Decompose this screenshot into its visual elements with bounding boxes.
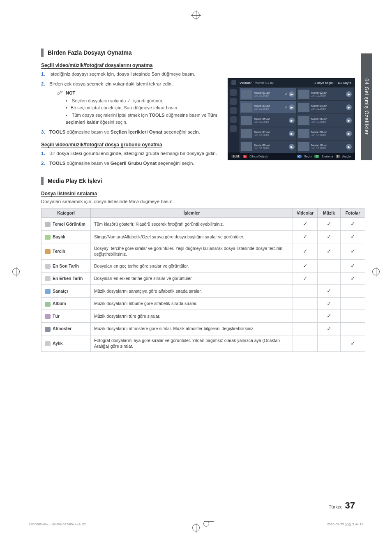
ss-item-date: Jan.10.2010 (254, 120, 270, 123)
ss-path: /Movie 01.avi (255, 81, 274, 85)
ss-item-date: Jan.10.2010 (311, 147, 327, 150)
ss-item-text: Movie 02.aviJan.10.2010 (311, 91, 327, 97)
cell-category: Sanatçı (42, 285, 91, 298)
badge-a: A (243, 155, 247, 158)
cell-videos (293, 323, 318, 335)
ss-item-text: Movie 01.aviJan.10.2010 (254, 91, 270, 97)
ss-item-name: Movie 06.avi (311, 118, 327, 121)
section-title-1: Birden Fazla Dosyayı Oynatma (48, 49, 132, 56)
ss-file-item: Movie 04.aviJan.10.2010▶ (297, 101, 353, 113)
ss-file-item: Movie 06.aviJan.10.2010▶ (297, 114, 353, 127)
table-row: TercihDosyayı tercihe göre sıralar ve gö… (42, 243, 365, 259)
table-row: AlbümMüzik dosyalarını albüme göre alfab… (42, 297, 365, 310)
bullet-3: Tüm dosya seçimlerini iptal etmek için T… (66, 112, 228, 126)
ss-item-name: Movie 04.avi (311, 104, 327, 108)
category-icon (45, 341, 51, 346)
ss-item-date: Jan.10.2010 (254, 94, 270, 97)
ss-item-name: Movie 10.avi (311, 144, 327, 147)
thumbnail-icon (241, 90, 252, 99)
step-3: 3. TOOLS düğmesine basın ve Seçilen İçer… (41, 129, 228, 136)
category-icon (45, 249, 51, 254)
ss-page-info: 1/1 Sayfa (337, 81, 351, 85)
thumbnail-icon (298, 142, 309, 151)
step-number: 1. (41, 150, 49, 157)
section-bar-icon (41, 49, 44, 57)
th-photos: Fotolar (341, 208, 365, 218)
note-icon (57, 90, 63, 96)
ss-item-text: Movie 03.aviJan.10.2010 (254, 104, 270, 111)
ss-item-name: Movie 09.avi (254, 144, 270, 147)
cell-videos (293, 297, 318, 310)
step-text: TOOLS düğmesine basın ve Geçerli Grubu O… (49, 160, 329, 167)
bullet-2: Bir seçimi iptal etmek için, Sarı düğmey… (66, 104, 228, 112)
play-icon: ▶ (346, 91, 352, 97)
check-icon: ✓ (285, 92, 288, 96)
crop-mark (24, 514, 24, 534)
thumbnail-icon (241, 142, 252, 151)
ss-file-item: Movie 08.aviJan.10.2010▶ (297, 127, 353, 140)
ss-file-item: Movie 10.aviJan.10.2010▶ (297, 141, 353, 153)
note-label: NOT (66, 90, 75, 97)
play-icon: ▶ (346, 131, 352, 136)
check-icon: ✓ (127, 97, 132, 105)
bullet-1: Seçilen dosyaların solunda ✓ işareti gör… (66, 97, 228, 105)
cell-ops: Fotoğraf dosyalarını aya göre sıralar ve… (91, 335, 293, 351)
cell-ops: Dosyaları en erken tarihe göre sıralar v… (91, 272, 293, 285)
document-footer: [UC6000-Weuro]BN68-02748A.indb 37 2010-0… (29, 521, 363, 527)
ss-item-text: Movie 08.aviJan.10.2010 (311, 131, 327, 137)
ss-item-date: Jan.10.2010 (254, 107, 270, 110)
thumbnail-icon (298, 129, 309, 138)
play-icon: ▶ (289, 118, 295, 123)
cell-photos: ✓ (341, 231, 365, 243)
step-text: İstediğiniz dosyayı seçmek için, dosya l… (49, 71, 228, 78)
footer-d-text: Sıralama (322, 155, 333, 158)
cell-photos (341, 297, 365, 310)
ss-selected-count: 2 dsyn seçildi (314, 81, 334, 85)
ss-item-date: Jan.10.2010 (311, 120, 327, 123)
footer-t-text: Araçlar (342, 155, 351, 158)
cell-music: ✓ (318, 243, 341, 259)
ss-header: Videolar /Movie 01.avi 2 dsyn seçildi 1/… (228, 79, 355, 87)
ss-file-item: Movie 03.aviJan.10.2010✓▶ (240, 101, 296, 113)
category-icon (45, 314, 51, 319)
ss-file-item: Movie 07.aviJan.10.2010▶ (240, 127, 296, 140)
step-number: 2. (41, 160, 49, 167)
cell-music: ✓ (318, 285, 341, 298)
doc-footer-reg-icon (203, 521, 209, 527)
ss-item-name: Movie 01.avi (254, 91, 270, 95)
ss-file-item: Movie 01.aviJan.10.2010✓▶ (240, 88, 296, 100)
video-icon (231, 80, 236, 85)
check-icon: ✓ (285, 105, 288, 109)
cell-videos (293, 310, 318, 323)
ss-file-item: Movie 09.aviJan.10.2010▶ (240, 141, 296, 153)
cell-videos: ✓ (293, 272, 318, 285)
option-label: Geçerli Grubu Oynat (111, 161, 157, 166)
table-row: En Erken TarihDosyaları en erken tarihe … (42, 272, 365, 285)
section-heading-1: Birden Fazla Dosyayı Oynatma (41, 49, 365, 57)
cell-photos (341, 285, 365, 298)
ss-item-text: Movie 07.aviJan.10.2010 (254, 131, 270, 137)
option-label: Seçilen İçerikleri Oynat (111, 129, 163, 134)
sidebar-icon (230, 89, 237, 96)
note-row: NOT (57, 90, 228, 97)
page-footer: Türkçe 37 (329, 500, 355, 511)
cell-photos: ✓ (341, 243, 365, 259)
th-videos: Videolar (293, 208, 318, 218)
play-icon: ▶ (289, 131, 295, 136)
cell-music: ✓ (318, 297, 341, 310)
step-2: 2. Birden çok dosya seçmek için yukarıda… (41, 81, 228, 126)
cell-videos: ✓ (293, 218, 318, 231)
doc-footer-left: [UC6000-Weuro]BN68-02748A.indb 37 (29, 522, 86, 526)
cell-music: ✓ (318, 218, 341, 231)
step-text-content: düğmesine basın ve (65, 161, 110, 166)
cell-ops: Simge/Numara/Alfabetik/Özel sıraya göre … (91, 231, 293, 243)
step-text-content: Birden çok dosya seçmek için yukarıdaki … (49, 81, 173, 86)
cell-music: ✓ (318, 323, 341, 335)
play-icon: ▶ (289, 104, 295, 110)
play-icon: ▶ (289, 91, 295, 97)
ss-sidebar (228, 87, 239, 153)
section-bar-icon (41, 177, 44, 185)
footer-lang: Türkçe (329, 504, 343, 509)
section-title-2: Media Play Ek İşlevi (48, 178, 102, 184)
th-operations: İşlemler (91, 208, 293, 218)
